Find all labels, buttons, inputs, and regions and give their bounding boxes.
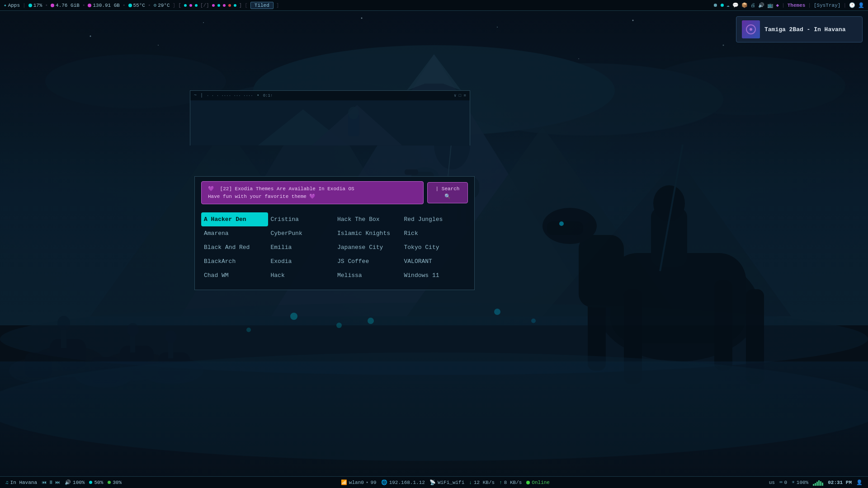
- bottombar-center: 📶 wlan0 • 99 🌐 192.168.1.12 📡 WiFi_wifi …: [341, 479, 550, 485]
- prev-icon[interactable]: ⏮: [42, 479, 47, 485]
- music-thumbnail: [742, 20, 760, 38]
- theme-item-cyberpunk[interactable]: CyberPunk: [268, 226, 335, 240]
- theme-item-cristina[interactable]: Cristina: [268, 212, 335, 226]
- kb-brightness: 0: [784, 480, 788, 485]
- theme-item-hack[interactable]: Hack: [268, 268, 335, 282]
- tiled-badge[interactable]: Tiled: [250, 2, 274, 9]
- theme-item-valorant[interactable]: VALORANT: [401, 254, 468, 268]
- tray-icon-8[interactable]: ◆: [776, 2, 779, 8]
- theme-item-red-jungles[interactable]: Red Jungles: [401, 212, 468, 226]
- theme-item-rick[interactable]: Rick: [401, 226, 468, 240]
- ws-dot-7[interactable]: [228, 4, 231, 7]
- tray-icon-7[interactable]: 📺: [767, 2, 774, 8]
- svg-point-65: [90, 36, 91, 37]
- tray-icon-5[interactable]: 🖨: [750, 2, 755, 8]
- svg-point-67: [361, 18, 363, 19]
- ws-dot-1[interactable]: [184, 4, 187, 7]
- svg-point-60: [336, 323, 342, 328]
- inner-titlebar: ~ | · · · ···· ··· ···· • 0:1↑ ∨ □ ≡: [190, 90, 470, 100]
- svg-point-69: [632, 20, 634, 21]
- play-pause-icon[interactable]: ⏸: [48, 479, 53, 485]
- up-icon: ↑: [499, 480, 502, 485]
- brightness-val: 100%: [797, 480, 808, 485]
- ip-info: 🌐 192.168.1.12: [381, 479, 425, 485]
- inner-window: ~ | · · · ···· ··· ···· • 0:1↑ ∨ □ ≡: [190, 90, 470, 145]
- svg-rect-48: [714, 280, 732, 371]
- disk-dot: [88, 4, 91, 7]
- inner-preview: [190, 100, 470, 145]
- network-icon: 📡: [429, 479, 436, 485]
- theme-item-windows-11[interactable]: Windows 11: [401, 268, 468, 282]
- systray-label[interactable]: [SysTray]: [814, 3, 840, 8]
- tray-icon-1[interactable]: ⏺: [713, 2, 718, 8]
- ws-dot-3[interactable]: [195, 4, 198, 7]
- tray-icon-6[interactable]: 🔊: [758, 2, 764, 8]
- theme-item-japanese-city[interactable]: Japanese City: [335, 240, 401, 254]
- svg-point-31: [57, 316, 70, 330]
- search-button[interactable]: | Search 🔍: [427, 182, 468, 203]
- banner-message: 💜 [22] Exodia Themes Are Available In Ex…: [201, 181, 424, 204]
- theme-item-islamic-knights[interactable]: Islamic Knights: [335, 226, 401, 240]
- tray-icon-clock[interactable]: 🕐: [849, 2, 855, 8]
- upload-speed: ↑ 8 KB/s: [499, 480, 522, 485]
- theme-panel: 💜 [22] Exodia Themes Are Available In Ex…: [194, 176, 475, 290]
- ws-dot-8[interactable]: [234, 4, 236, 7]
- brightness-info[interactable]: ☀ 100%: [792, 479, 808, 485]
- volume-icon: 🔊: [65, 479, 71, 485]
- ws-dot-5[interactable]: [217, 4, 220, 7]
- online-dot: [526, 481, 530, 484]
- theme-item-hack-the-box[interactable]: Hack The Box: [335, 212, 401, 226]
- theme-item-exodia[interactable]: Exodia: [268, 254, 335, 268]
- themes-label[interactable]: Themes: [788, 3, 806, 8]
- svg-rect-27: [405, 169, 418, 175]
- apps-label: Apps: [8, 3, 20, 8]
- svg-point-73: [578, 58, 579, 59]
- up-val: 8 KB/s: [504, 480, 522, 485]
- cpu-val: 4.76 GiB: [51, 3, 80, 8]
- tray-icon-2[interactable]: ☁: [726, 2, 730, 8]
- signal-val: 99: [370, 480, 376, 485]
- svg-point-66: [203, 22, 204, 23]
- theme-item-tokyo-city[interactable]: Tokyo City: [401, 240, 468, 254]
- online-label: Online: [532, 480, 550, 485]
- tray-icon-3[interactable]: 💬: [732, 2, 739, 8]
- ws-dot-4[interactable]: [212, 4, 215, 7]
- next-icon[interactable]: ⏭: [55, 479, 60, 485]
- wifi-icon: 📶: [341, 479, 347, 485]
- down-val: 12 KB/s: [474, 480, 495, 485]
- playback-controls[interactable]: ⏮ ⏸ ⏭: [42, 479, 60, 485]
- topbar-left: ✦ Apps | 17% • 4.76 GiB • 130.91 GB • 55…: [4, 2, 710, 9]
- svg-point-59: [290, 313, 297, 320]
- theme-item-blackarch[interactable]: BlackArch: [201, 254, 268, 268]
- temp-dot: [108, 481, 111, 484]
- theme-item-amarena[interactable]: Amarena: [201, 226, 268, 240]
- ws-dot-6[interactable]: [223, 4, 226, 7]
- apps-menu[interactable]: ✦ Apps: [4, 2, 20, 8]
- cpu-info: 50%: [89, 480, 103, 485]
- theme-item-a-hacker-den[interactable]: A Hacker Den: [201, 212, 268, 226]
- time-display: 02:31 PM: [828, 480, 852, 485]
- volume-info[interactable]: 🔊 100%: [65, 479, 85, 485]
- svg-point-71: [158, 45, 159, 46]
- theme-item-melissa[interactable]: Melissa: [335, 268, 401, 282]
- svg-rect-52: [547, 221, 583, 235]
- cpu-indicator: 17%: [28, 3, 42, 8]
- theme-item-chad-wm[interactable]: Chad WM: [201, 268, 268, 282]
- music-title: Tamiga 2Bad - In Havana: [764, 26, 845, 33]
- tray-icon-user[interactable]: 👤: [858, 2, 864, 8]
- volume-pct: 100%: [73, 480, 85, 485]
- music-info[interactable]: ♫ In Havana: [5, 480, 37, 485]
- network-ssid: WiFi_wifi: [438, 480, 464, 485]
- svg-point-5: [646, 56, 845, 115]
- theme-item-black-and-red[interactable]: Black And Red: [201, 240, 268, 254]
- tray-icon-4[interactable]: 📦: [741, 2, 748, 8]
- user-avatar[interactable]: 👤: [856, 479, 863, 485]
- ws-dot-2[interactable]: [189, 4, 192, 7]
- theme-grid: A Hacker Den Cristina Hack The Box Red J…: [195, 209, 474, 290]
- theme-item-emilia[interactable]: Emilia: [268, 240, 335, 254]
- temp-info: 30%: [108, 480, 122, 485]
- theme-item-js-coffee[interactable]: JS Coffee: [335, 254, 401, 268]
- keyboard-info: ⌨ 0: [779, 479, 787, 485]
- cpu-bottom: 50%: [94, 480, 103, 485]
- online-status: Online: [526, 480, 550, 485]
